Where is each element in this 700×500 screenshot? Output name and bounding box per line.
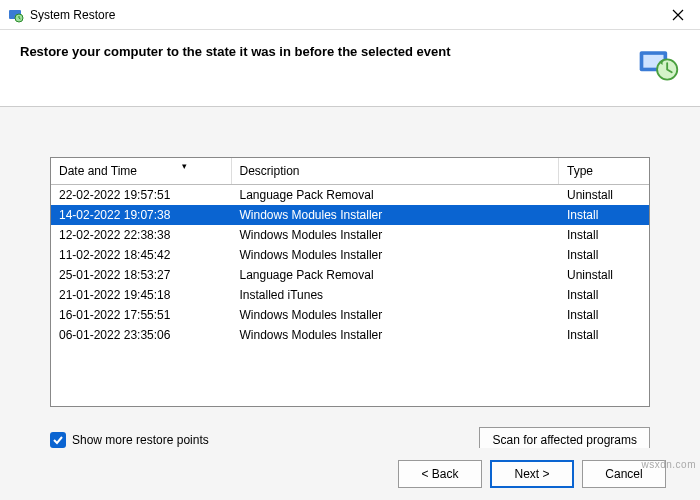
header: Restore your computer to the state it wa… (0, 30, 700, 107)
show-more-label: Show more restore points (72, 433, 209, 447)
footer-buttons: < Back Next > Cancel (0, 448, 700, 500)
restore-points-table: Date and Time ▾ Description Type 22-02-2… (50, 157, 650, 407)
show-more-checkbox[interactable] (50, 432, 66, 448)
table-cell: Language Pack Removal (231, 185, 559, 206)
table-row[interactable]: 22-02-2022 19:57:51Language Pack Removal… (51, 185, 649, 206)
table-row[interactable]: 11-02-2022 18:45:42Windows Modules Insta… (51, 245, 649, 265)
table-cell: 06-01-2022 23:35:06 (51, 325, 231, 345)
table-cell: 12-02-2022 22:38:38 (51, 225, 231, 245)
table-cell: 25-01-2022 18:53:27 (51, 265, 231, 285)
table-cell: Windows Modules Installer (231, 245, 559, 265)
close-icon (672, 9, 684, 21)
table-row[interactable]: 25-01-2022 18:53:27Language Pack Removal… (51, 265, 649, 285)
window-title: System Restore (30, 8, 664, 22)
table-cell: Install (559, 285, 649, 305)
table-cell: Language Pack Removal (231, 265, 559, 285)
main-panel: Date and Time ▾ Description Type 22-02-2… (0, 107, 700, 417)
table-cell: 14-02-2022 19:07:38 (51, 205, 231, 225)
table-cell: Uninstall (559, 185, 649, 206)
column-header-date-label: Date and Time (59, 164, 137, 178)
table-cell: Windows Modules Installer (231, 225, 559, 245)
table-cell: Install (559, 305, 649, 325)
sort-indicator-icon: ▾ (182, 161, 187, 171)
table-cell: Windows Modules Installer (231, 325, 559, 345)
table-row[interactable]: 06-01-2022 23:35:06Windows Modules Insta… (51, 325, 649, 345)
column-header-date[interactable]: Date and Time ▾ (51, 158, 231, 185)
close-button[interactable] (664, 1, 692, 29)
table-cell: 11-02-2022 18:45:42 (51, 245, 231, 265)
watermark: wsxdn.com (641, 459, 696, 470)
table-cell: Installed iTunes (231, 285, 559, 305)
titlebar: System Restore (0, 0, 700, 30)
table-row[interactable]: 12-02-2022 22:38:38Windows Modules Insta… (51, 225, 649, 245)
column-header-description[interactable]: Description (231, 158, 559, 185)
next-button[interactable]: Next > (490, 460, 574, 488)
checkmark-icon (52, 434, 64, 446)
table-cell: 21-01-2022 19:45:18 (51, 285, 231, 305)
table-cell: Install (559, 225, 649, 245)
table-cell: 22-02-2022 19:57:51 (51, 185, 231, 206)
table-cell: Windows Modules Installer (231, 305, 559, 325)
table-cell: Uninstall (559, 265, 649, 285)
table-cell: Install (559, 205, 649, 225)
table-cell: Install (559, 325, 649, 345)
system-restore-icon (8, 7, 24, 23)
table-cell: Install (559, 245, 649, 265)
table-row[interactable]: 16-01-2022 17:55:51Windows Modules Insta… (51, 305, 649, 325)
table-cell: Windows Modules Installer (231, 205, 559, 225)
table-row[interactable]: 21-01-2022 19:45:18Installed iTunesInsta… (51, 285, 649, 305)
system-restore-large-icon (636, 42, 680, 86)
table-row[interactable]: 14-02-2022 19:07:38Windows Modules Insta… (51, 205, 649, 225)
column-header-type[interactable]: Type (559, 158, 649, 185)
page-headline: Restore your computer to the state it wa… (20, 44, 628, 59)
table-cell: 16-01-2022 17:55:51 (51, 305, 231, 325)
back-button[interactable]: < Back (398, 460, 482, 488)
